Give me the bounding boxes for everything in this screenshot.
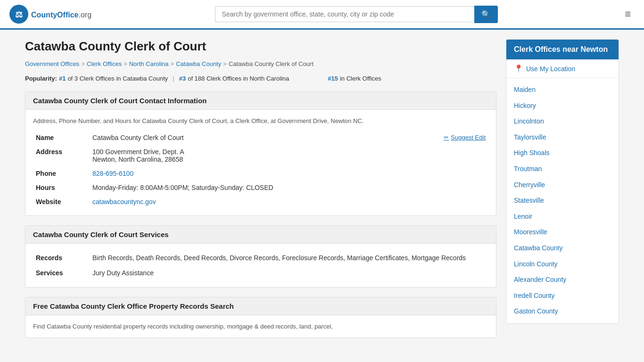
popularity-bar: Popularity: #1 of 3 Clerk Offices in Cat… (25, 75, 496, 82)
main-container: Catawba County Clerk of Court Government… (16, 30, 628, 357)
menu-button[interactable]: ≡ (621, 6, 635, 22)
sidebar-links-list: MaidenHickoryLincolntonTaylorsvilleHigh … (506, 78, 619, 323)
contact-hours-row: Hours Monday-Friday: 8:00AM-5:00PM; Satu… (33, 181, 488, 195)
contact-section-body: Address, Phone Number, and Hours for Cat… (25, 110, 496, 215)
services-row: Services Jury Duty Assistance (33, 265, 488, 280)
records-label: Records (33, 250, 90, 265)
search-button[interactable]: 🔍 (474, 6, 498, 23)
sidebar-list-item: Gaston County (506, 304, 619, 320)
breadcrumb-sep-1: > (81, 60, 85, 67)
breadcrumb-current: Catawba County Clerk of Court (229, 60, 314, 67)
sidebar-link-maiden[interactable]: Maiden (506, 82, 619, 98)
contact-phone-row: Phone 828-695-6100 (33, 166, 488, 181)
sidebar-link-mooresville[interactable]: Mooresville (506, 224, 619, 240)
contact-section: Catawba County Clerk of Court Contact In… (25, 91, 496, 216)
logo-area: ⚖ CountyOffice.org (9, 5, 91, 24)
site-header: ⚖ CountyOffice.org 🔍 ≡ (0, 0, 644, 30)
sidebar-link-lenoir[interactable]: Lenoir (506, 209, 619, 225)
contact-section-header: Catawba County Clerk of Court Contact In… (25, 92, 496, 110)
services-section-header: Catawba County Clerk of Court Services (25, 226, 496, 244)
sidebar-list-item: Lenoir (506, 209, 619, 225)
name-label: Name (33, 131, 90, 145)
sidebar-link-lincolnton[interactable]: Lincolnton (506, 114, 619, 130)
address-value: 100 Government Drive, Dept. A Newton, No… (90, 145, 488, 166)
services-label: Services (33, 265, 90, 280)
search-area: 🔍 (215, 6, 498, 23)
breadcrumb-sep-2: > (124, 60, 127, 67)
logo-ext: .org (78, 11, 91, 19)
sidebar-list-item: Troutman (506, 161, 619, 177)
logo-icon: ⚖ (9, 5, 28, 24)
hours-value: Monday-Friday: 8:00AM-5:00PM; Saturday-S… (90, 181, 488, 195)
breadcrumb-sep-3: > (171, 60, 174, 67)
sidebar-link-cherryville[interactable]: Cherryville (506, 177, 619, 193)
content-area: Catawba County Clerk of Court Government… (25, 39, 496, 347)
breadcrumb-link-gov[interactable]: Government Offices (25, 60, 79, 67)
breadcrumb-link-clerk[interactable]: Clerk Offices (87, 60, 122, 67)
hours-label: Hours (33, 181, 90, 195)
contact-description: Address, Phone Number, and Hours for Cat… (33, 116, 488, 126)
popularity-rank2-text: of 188 Clerk Offices in North Carolina (188, 75, 289, 82)
records-value: Birth Records, Death Records, Deed Recor… (90, 250, 488, 265)
services-table: Records Birth Records, Death Records, De… (33, 250, 488, 280)
sidebar-list-item: Cherryville (506, 177, 619, 193)
search-input[interactable] (215, 6, 474, 22)
sidebar-link-statesville[interactable]: Statesville (506, 193, 619, 209)
contact-name-row: Name Catawba County Clerk of Court ✂ Sug… (33, 131, 488, 145)
breadcrumb-link-county[interactable]: Catawba County (176, 60, 221, 67)
sidebar-link-gaston-county[interactable]: Gaston County (506, 304, 619, 320)
sidebar: Clerk Offices near Newton 📍 Use My Locat… (506, 39, 619, 347)
phone-value: 828-695-6100 (90, 166, 488, 181)
logo-name: CountyOffice (31, 11, 78, 19)
breadcrumb: Government Offices > Clerk Offices > Nor… (25, 60, 496, 67)
sidebar-link-taylorsville[interactable]: Taylorsville (506, 130, 619, 146)
popularity-rank2: #3 (179, 75, 186, 82)
svg-text:⚖: ⚖ (15, 10, 23, 19)
records-row: Records Birth Records, Death Records, De… (33, 250, 488, 265)
sidebar-list-item: Taylorsville (506, 130, 619, 146)
sidebar-list-item: Hickory (506, 98, 619, 114)
sidebar-list-item: Lincolnton (506, 114, 619, 130)
page-title: Catawba County Clerk of Court (25, 39, 496, 54)
free-search-header: Free Catawba County Clerk Office Propert… (25, 297, 496, 315)
sidebar-list-item: High Shoals (506, 145, 619, 161)
services-section: Catawba County Clerk of Court Services R… (25, 225, 496, 288)
website-value: catawbacountync.gov (90, 195, 488, 209)
logo-text: CountyOffice.org (31, 9, 91, 20)
name-value: Catawba County Clerk of Court ✂ Suggest … (90, 131, 488, 145)
popularity-divider: | (173, 75, 174, 82)
sidebar-link-alexander-county[interactable]: Alexander County (506, 272, 619, 288)
sidebar-title: Clerk Offices near Newton (506, 40, 619, 59)
sidebar-list-item: Statesville (506, 193, 619, 209)
sidebar-link-troutman[interactable]: Troutman (506, 161, 619, 177)
sidebar-list-item: Mooresville (506, 224, 619, 240)
popularity-rank3-text: in Clerk Offices (340, 75, 381, 82)
sidebar-link-lincoln-county[interactable]: Lincoln County (506, 256, 619, 272)
website-link[interactable]: catawbacountync.gov (92, 198, 156, 206)
breadcrumb-link-nc[interactable]: North Carolina (129, 60, 169, 67)
address-label: Address (33, 145, 90, 166)
sidebar-link-iredell-county[interactable]: Iredell County (506, 288, 619, 304)
use-my-location-link[interactable]: Use My Location (526, 65, 575, 73)
popularity-rank1: #1 (59, 75, 66, 82)
contact-address-row: Address 100 Government Drive, Dept. A Ne… (33, 145, 488, 166)
phone-link[interactable]: 828-695-6100 (92, 170, 133, 177)
sidebar-link-catawba-county[interactable]: Catawba County (506, 240, 619, 256)
contact-website-row: Website catawbacountync.gov (33, 195, 488, 209)
free-search-body: Find Catawba County residential property… (25, 315, 496, 338)
sidebar-box: Clerk Offices near Newton 📍 Use My Locat… (506, 39, 619, 324)
sidebar-list-item: Iredell County (506, 288, 619, 304)
popularity-rank3: #15 (328, 75, 338, 82)
popularity-rank1-text: of 3 Clerk Offices in Catawba County (67, 75, 168, 82)
suggest-edit-button[interactable]: ✂ Suggest Edit (444, 134, 486, 141)
sidebar-list-item: Maiden (506, 82, 619, 98)
sidebar-link-hickory[interactable]: Hickory (506, 98, 619, 114)
sidebar-location: 📍 Use My Location (506, 59, 619, 78)
location-pin-icon: 📍 (514, 64, 523, 73)
sidebar-link-high-shoals[interactable]: High Shoals (506, 145, 619, 161)
contact-info-table: Name Catawba County Clerk of Court ✂ Sug… (33, 131, 488, 209)
edit-icon: ✂ (444, 134, 449, 141)
phone-label: Phone (33, 166, 90, 181)
sidebar-list-item: Catawba County (506, 240, 619, 256)
sidebar-list-item: Alexander County (506, 272, 619, 288)
